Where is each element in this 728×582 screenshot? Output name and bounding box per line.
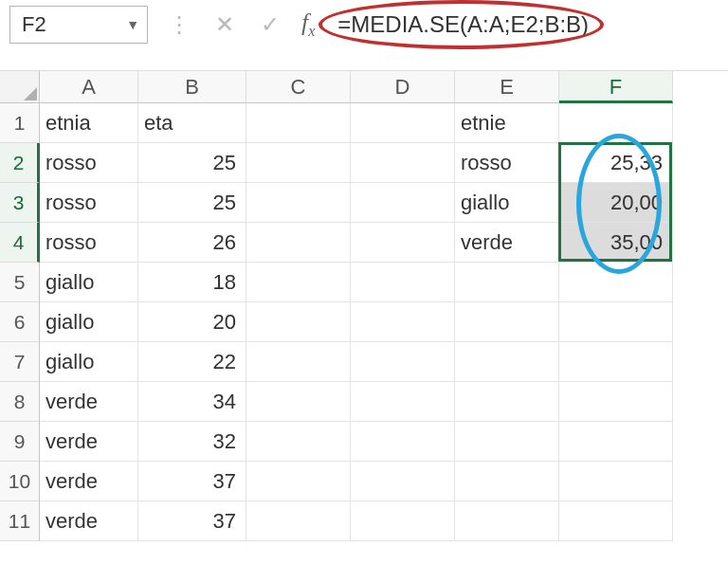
chevron-down-icon[interactable]: ▼ [126, 17, 139, 32]
cell-A8[interactable]: verde [40, 382, 138, 422]
cell-C1[interactable] [246, 103, 351, 143]
cell-D8[interactable] [351, 382, 455, 422]
cell-C9[interactable] [246, 422, 351, 462]
cell-D2[interactable] [351, 143, 455, 183]
row-header-3[interactable]: 3 [0, 183, 40, 223]
formula-input[interactable]: =MEDIA.SE(A:A;E2;B:B) [332, 8, 594, 42]
cell-B9[interactable]: 32 [138, 422, 246, 462]
cell-A7[interactable]: giallo [40, 342, 138, 382]
cell-B3[interactable]: 25 [138, 183, 246, 223]
cell-C8[interactable] [246, 382, 351, 422]
cell-D5[interactable] [351, 263, 455, 302]
row-header-9[interactable]: 9 [0, 422, 40, 462]
col-header-A[interactable]: A [40, 71, 138, 103]
cell-E9[interactable] [455, 422, 559, 462]
cell-E3[interactable]: giallo [455, 183, 559, 223]
cell-F7[interactable] [559, 342, 673, 382]
row-header-7[interactable]: 7 [0, 342, 40, 382]
cell-B11[interactable]: 37 [138, 501, 246, 541]
cell-A1[interactable]: etnia [40, 103, 138, 143]
cell-C10[interactable] [246, 462, 351, 501]
cell-F4[interactable]: 35,00 [559, 223, 673, 263]
cell-F6[interactable] [559, 302, 673, 342]
row-header-2[interactable]: 2 [0, 143, 40, 183]
cell-F5[interactable] [559, 263, 673, 302]
cell-E1[interactable]: etnie [455, 103, 559, 143]
cell-F2[interactable]: 25,33 [559, 143, 673, 183]
cell-E2[interactable]: rosso [455, 143, 559, 183]
cell-C5[interactable] [246, 263, 351, 302]
cell-E8[interactable] [455, 382, 559, 422]
cell-F10[interactable] [559, 462, 673, 501]
col-header-C[interactable]: C [246, 71, 351, 103]
cell-E5[interactable] [455, 263, 559, 302]
spreadsheet-grid[interactable]: ABCDEF1etniaetaetnie2rosso25rosso25,333r… [0, 71, 728, 541]
cell-C11[interactable] [246, 501, 351, 541]
cell-C7[interactable] [246, 342, 351, 382]
cell-C6[interactable] [246, 302, 351, 342]
formula-bar: F2 ▼ ⋮ ✕ ✓ fx =MEDIA.SE(A:A;E2;B:B) [0, 0, 728, 71]
cell-A5[interactable]: giallo [40, 263, 138, 302]
cell-D1[interactable] [351, 103, 455, 143]
row-header-8[interactable]: 8 [0, 382, 40, 422]
cell-F3[interactable]: 20,00 [559, 183, 673, 223]
cell-B7[interactable]: 22 [138, 342, 246, 382]
cell-A11[interactable]: verde [40, 501, 138, 541]
cancel-icon[interactable]: ✕ [210, 11, 239, 38]
row-header-11[interactable]: 11 [0, 501, 40, 541]
cell-E10[interactable] [455, 462, 559, 501]
row-header-6[interactable]: 6 [0, 302, 40, 342]
cell-B1[interactable]: eta [138, 103, 246, 143]
cell-D3[interactable] [351, 183, 455, 223]
col-header-F[interactable]: F [559, 71, 673, 103]
cell-D4[interactable] [351, 223, 455, 263]
cell-C4[interactable] [246, 223, 351, 263]
cell-D6[interactable] [351, 302, 455, 342]
cell-F9[interactable] [559, 422, 673, 462]
cell-A6[interactable]: giallo [40, 302, 138, 342]
cell-E6[interactable] [455, 302, 559, 342]
col-header-E[interactable]: E [455, 71, 559, 103]
cell-F1[interactable] [559, 103, 673, 143]
name-box-value: F2 [22, 12, 46, 37]
cell-A9[interactable]: verde [40, 422, 138, 462]
cell-A10[interactable]: verde [40, 462, 138, 501]
cell-D10[interactable] [351, 462, 455, 501]
cell-D9[interactable] [351, 422, 455, 462]
cell-C2[interactable] [246, 143, 351, 183]
row-header-4[interactable]: 4 [0, 223, 40, 263]
cell-A4[interactable]: rosso [40, 223, 138, 263]
fx-icon[interactable]: fx [301, 9, 315, 40]
cell-E7[interactable] [455, 342, 559, 382]
cell-E11[interactable] [455, 501, 559, 541]
formula-text: =MEDIA.SE(A:A;E2;B:B) [337, 11, 589, 38]
row-header-1[interactable]: 1 [0, 103, 40, 143]
cell-A3[interactable]: rosso [40, 183, 138, 223]
cell-B5[interactable]: 18 [138, 263, 246, 302]
row-header-10[interactable]: 10 [0, 462, 40, 501]
col-header-B[interactable]: B [138, 71, 246, 103]
cell-A2[interactable]: rosso [40, 143, 138, 183]
cell-B4[interactable]: 26 [138, 223, 246, 263]
cell-D7[interactable] [351, 342, 455, 382]
cell-D11[interactable] [351, 501, 455, 541]
cell-E4[interactable]: verde [455, 223, 559, 263]
enter-icon[interactable]: ✓ [256, 11, 284, 38]
select-all-corner[interactable] [0, 71, 40, 103]
row-header-5[interactable]: 5 [0, 263, 40, 302]
name-box[interactable]: F2 ▼ [9, 6, 148, 44]
col-header-D[interactable]: D [351, 71, 455, 103]
cell-B8[interactable]: 34 [138, 382, 246, 422]
cell-C3[interactable] [246, 183, 351, 223]
cell-B10[interactable]: 37 [138, 462, 246, 501]
cell-F8[interactable] [559, 382, 673, 422]
cell-B2[interactable]: 25 [138, 143, 246, 183]
more-icon[interactable]: ⋮ [165, 11, 193, 38]
cell-F11[interactable] [559, 501, 673, 541]
cell-B6[interactable]: 20 [138, 302, 246, 342]
